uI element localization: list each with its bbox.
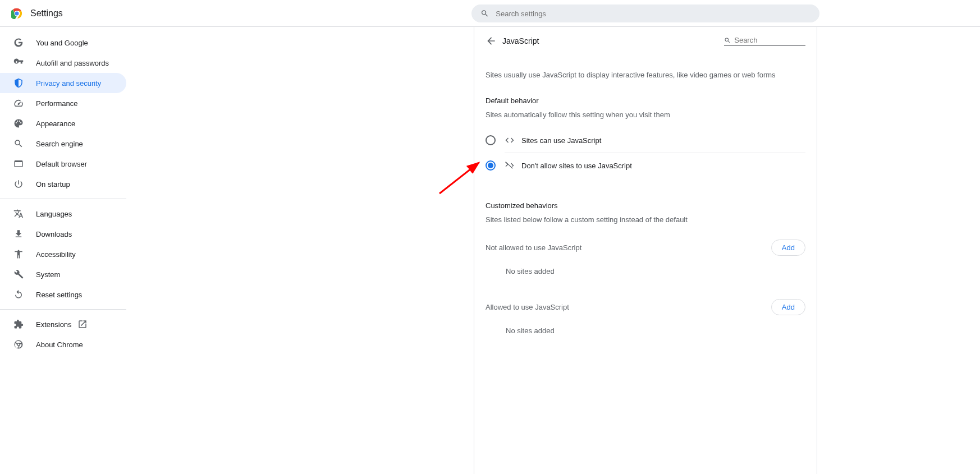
translate-icon (13, 209, 24, 219)
sidebar-item-you-and-google[interactable]: You and Google (0, 33, 126, 53)
radio-label: Sites can use JavaScript (521, 136, 601, 145)
panel-search-input[interactable] (734, 36, 805, 44)
list-title: Not allowed to use JavaScript (486, 243, 581, 252)
extension-icon (13, 319, 24, 329)
sidebar-item-label: Search engine (36, 140, 83, 148)
search-settings-bar[interactable] (471, 4, 819, 22)
radio-option-allow-js[interactable]: Sites can use JavaScript (486, 128, 805, 153)
sidebar-item-label: Languages (36, 210, 72, 218)
sidebar-item-system[interactable]: System (0, 264, 126, 284)
panel-header: JavaScript (474, 27, 817, 55)
radio-icon (486, 160, 496, 171)
chrome-icon (13, 339, 24, 349)
search-icon (724, 36, 731, 44)
sidebar-item-label: Accessibility (36, 250, 76, 259)
sidebar-item-label: On startup (36, 180, 70, 188)
sidebar-separator (0, 309, 126, 310)
reset-icon (13, 289, 24, 300)
svg-point-2 (15, 11, 19, 15)
accessibility-icon (13, 249, 24, 259)
sidebar-item-accessibility[interactable]: Accessibility (0, 244, 126, 264)
key-icon (13, 58, 24, 68)
chrome-logo-icon (11, 8, 22, 19)
sidebar: You and Google Autofill and passwords Pr… (0, 27, 126, 474)
search-icon (480, 9, 489, 18)
sidebar-item-search-engine[interactable]: Search engine (0, 134, 126, 154)
default-behavior-description: Sites automatically follow this setting … (486, 111, 805, 119)
radio-icon (486, 135, 496, 145)
header: Settings (0, 0, 980, 27)
sidebar-item-performance[interactable]: Performance (0, 93, 126, 113)
sidebar-separator (0, 199, 126, 199)
search-icon (13, 139, 24, 149)
sidebar-item-privacy[interactable]: Privacy and security (0, 73, 126, 93)
not-allowed-list-header: Not allowed to use JavaScript Add (486, 240, 805, 256)
list-title: Allowed to use JavaScript (486, 303, 569, 311)
panel-search[interactable] (724, 36, 805, 46)
content-panel: JavaScript Sites usually use JavaScript … (474, 27, 817, 474)
code-icon (505, 135, 515, 145)
sidebar-item-label: Default browser (36, 160, 87, 168)
default-behavior-heading: Default behavior (486, 96, 805, 105)
sidebar-item-label: You and Google (36, 39, 88, 47)
back-arrow-icon[interactable] (486, 35, 497, 47)
sidebar-item-label: Performance (36, 99, 77, 108)
sidebar-item-extensions[interactable]: Extensions (0, 314, 126, 334)
sidebar-item-label: Privacy and security (36, 79, 101, 88)
allowed-list-header: Allowed to use JavaScript Add (486, 299, 805, 315)
build-icon (13, 269, 24, 279)
download-icon (13, 229, 24, 239)
sidebar-item-label: Extensions (36, 320, 72, 329)
not-allowed-empty-message: No sites added (506, 267, 805, 275)
sidebar-item-label: Appearance (36, 119, 75, 128)
search-settings-input[interactable] (496, 10, 810, 18)
sidebar-item-label: About Chrome (36, 340, 83, 349)
add-allowed-button[interactable]: Add (771, 299, 805, 315)
sidebar-item-label: System (36, 270, 60, 279)
sidebar-item-reset[interactable]: Reset settings (0, 284, 126, 305)
sidebar-item-label: Downloads (36, 230, 72, 238)
sidebar-item-label: Autofill and passwords (36, 59, 109, 67)
google-icon (13, 38, 24, 48)
add-not-allowed-button[interactable]: Add (771, 240, 805, 256)
customized-behaviors-description: Sites listed below follow a custom setti… (486, 215, 805, 224)
panel-title: JavaScript (502, 36, 539, 45)
palette-icon (13, 118, 24, 128)
sidebar-item-downloads[interactable]: Downloads (0, 224, 126, 244)
sidebar-item-languages[interactable]: Languages (0, 204, 126, 224)
allowed-empty-message: No sites added (506, 326, 805, 335)
radio-label: Don't allow sites to use JavaScript (521, 162, 632, 170)
power-icon (13, 179, 24, 189)
browser-icon (13, 159, 24, 169)
radio-option-block-js[interactable]: Don't allow sites to use JavaScript (486, 153, 805, 178)
sidebar-item-on-startup[interactable]: On startup (0, 174, 126, 194)
sidebar-item-about[interactable]: About Chrome (0, 334, 126, 355)
page-title: Settings (30, 8, 63, 19)
sidebar-item-appearance[interactable]: Appearance (0, 113, 126, 134)
code-off-icon (505, 160, 515, 171)
sidebar-item-autofill[interactable]: Autofill and passwords (0, 53, 126, 73)
speed-icon (13, 98, 24, 108)
customized-behaviors-heading: Customized behaviors (486, 201, 805, 210)
sidebar-item-label: Reset settings (36, 291, 82, 299)
external-link-icon (77, 319, 88, 329)
content-description: Sites usually use JavaScript to display … (486, 70, 805, 81)
sidebar-item-default-browser[interactable]: Default browser (0, 154, 126, 174)
shield-icon (13, 78, 24, 88)
